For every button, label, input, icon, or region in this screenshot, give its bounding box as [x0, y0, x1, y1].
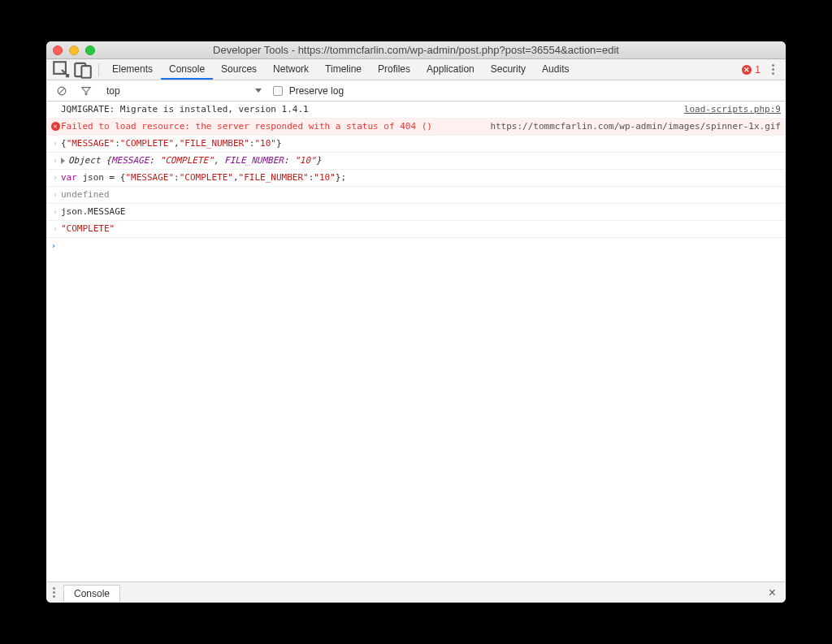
output-chevron-icon: ‹: [53, 154, 58, 167]
main-toolbar: ElementsConsoleSourcesNetworkTimelinePro…: [46, 59, 786, 80]
source-link[interactable]: https://tommcfarlin.com/wp-admin/images/…: [474, 120, 781, 133]
chevron-down-icon: [255, 89, 262, 93]
devtools-window: Developer Tools - https://tommcfarlin.co…: [46, 41, 786, 603]
tab-timeline[interactable]: Timeline: [317, 59, 370, 80]
prompt-chevron-icon: ›: [51, 241, 56, 250]
tab-profiles[interactable]: Profiles: [370, 59, 418, 80]
drawer: Console ×: [46, 581, 786, 603]
console-row: ✕Failed to load resource: the server res…: [46, 119, 786, 136]
titlebar: Developer Tools - https://tommcfarlin.co…: [46, 41, 786, 59]
error-count-badge[interactable]: ✕ 1: [737, 64, 765, 76]
drawer-menu-icon[interactable]: [51, 587, 63, 598]
zoom-window-button[interactable]: [85, 45, 95, 55]
preserve-log-checkbox[interactable]: [273, 86, 283, 96]
console-row: ›var json = {"MESSAGE":"COMPLETE","FILE_…: [46, 170, 786, 187]
input-chevron-icon: ›: [53, 137, 58, 150]
console-row: ›json.MESSAGE: [46, 204, 786, 221]
error-icon: ✕: [51, 122, 60, 131]
console-row: ‹"COMPLETE": [46, 221, 786, 238]
more-menu-icon[interactable]: [765, 64, 781, 75]
tab-application[interactable]: Application: [418, 59, 483, 80]
console-prompt[interactable]: ›: [46, 238, 786, 253]
output-chevron-icon: ‹: [53, 223, 58, 236]
error-count-number: 1: [755, 64, 760, 76]
error-icon: ✕: [742, 65, 752, 75]
close-drawer-icon[interactable]: ×: [764, 586, 781, 600]
tab-network[interactable]: Network: [265, 59, 317, 80]
console-row: ›{"MESSAGE":"COMPLETE","FILE_NUMBER":"10…: [46, 136, 786, 153]
filter-icon[interactable]: [76, 80, 97, 102]
inspect-element-icon[interactable]: [51, 59, 72, 80]
close-window-button[interactable]: [53, 45, 63, 55]
minimize-window-button[interactable]: [69, 45, 79, 55]
tab-elements[interactable]: Elements: [104, 59, 161, 80]
clear-console-icon[interactable]: [51, 80, 72, 102]
device-mode-icon[interactable]: [72, 59, 93, 80]
tab-sources[interactable]: Sources: [213, 59, 265, 80]
tab-security[interactable]: Security: [483, 59, 534, 80]
expand-icon[interactable]: [61, 158, 65, 164]
execution-context-selector[interactable]: top: [106, 85, 262, 97]
traffic-lights: [53, 45, 95, 55]
tab-audits[interactable]: Audits: [534, 59, 577, 80]
console-row: ‹undefined: [46, 187, 786, 204]
svg-line-4: [59, 88, 64, 93]
input-chevron-icon: ›: [53, 171, 58, 184]
drawer-tab-console[interactable]: Console: [63, 585, 120, 602]
context-label: top: [106, 85, 120, 97]
console-row: JQMIGRATE: Migrate is installed, version…: [46, 102, 786, 119]
console-output[interactable]: JQMIGRATE: Migrate is installed, version…: [46, 102, 786, 581]
source-link[interactable]: load-scripts.php:9: [668, 103, 781, 116]
panel-tabs: ElementsConsoleSourcesNetworkTimelinePro…: [104, 59, 577, 80]
svg-rect-2: [81, 66, 90, 78]
console-filterbar: top Preserve log: [46, 80, 786, 102]
preserve-log-label: Preserve log: [289, 85, 344, 97]
divider: [98, 63, 99, 76]
tab-console[interactable]: Console: [161, 59, 213, 80]
input-chevron-icon: ›: [53, 205, 58, 218]
output-chevron-icon: ‹: [53, 188, 58, 201]
window-title: Developer Tools - https://tommcfarlin.co…: [53, 44, 779, 56]
console-row: ‹Object {MESSAGE: "COMPLETE", FILE_NUMBE…: [46, 153, 786, 170]
